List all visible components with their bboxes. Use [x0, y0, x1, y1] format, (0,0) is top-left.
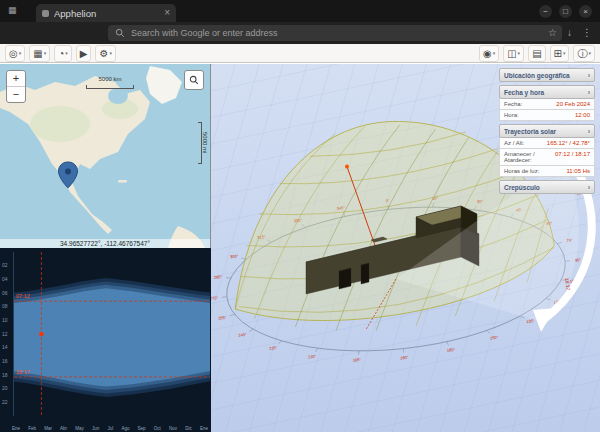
hour-label: 10: [2, 317, 8, 323]
location-button[interactable]: ◎ ▾: [5, 45, 25, 62]
panel-row: Amanecer / Atardecer:07:12 / 18:17: [499, 149, 595, 166]
hour-label: 16: [2, 358, 8, 364]
bookmark-icon[interactable]: ☆: [548, 26, 557, 40]
compass-degree-label: 165°: [447, 347, 456, 353]
compass-degree-label: 195°: [352, 357, 361, 363]
panel-header-datetime[interactable]: Fecha y hora ›: [499, 85, 595, 99]
hour-label: 06: [2, 290, 8, 296]
compass-degree-label: 300°: [230, 253, 239, 259]
search-icon: [115, 28, 125, 38]
chevron-down-icon: ▾: [518, 46, 521, 61]
chevron-down-icon: ▾: [493, 46, 496, 61]
panels-icon: ◫: [507, 46, 516, 61]
address-input[interactable]: Search with Google or enter address: [108, 25, 562, 41]
browser-tab[interactable]: Apphelion ×: [36, 4, 176, 22]
daylight-chart[interactable]: 07:12 18:17 0204060810121416182022 EneFe…: [0, 248, 211, 432]
printer-icon: ▤: [532, 46, 541, 61]
hour-label: 22: [2, 399, 8, 405]
calculator-button[interactable]: ⊞ ▾: [550, 45, 570, 62]
downloads-icon[interactable]: ↓: [567, 26, 572, 40]
map-zoom-control: + −: [6, 70, 26, 103]
layers-button[interactable]: ▦ ▾: [29, 45, 50, 62]
panel-row: Horas de luz:11:05 Hs: [499, 166, 595, 177]
location-pin-icon: ◎: [9, 46, 18, 61]
chart-month-labels: EneFebMarAbrMayJunJulAgoSepOctNovDicEne: [12, 426, 208, 431]
search-icon: [189, 75, 199, 85]
compass-degree-label: 240°: [238, 332, 247, 338]
panel-header-location[interactable]: Ubicación geográfica ›: [499, 68, 595, 82]
settings-button[interactable]: ⚙ ▾: [95, 45, 115, 62]
month-label: Nov: [169, 426, 177, 431]
panel-section-location: Ubicación geográfica ›: [499, 68, 595, 82]
chevron-right-icon: ›: [588, 72, 590, 79]
month-label: Ene: [200, 426, 208, 431]
world-map[interactable]: + − 5000 km 5000 mi 34.96527722°, -112.4…: [0, 64, 211, 248]
daylight-chart-canvas: 07:12 18:17 0204060810121416182022: [0, 248, 211, 432]
gear-icon: ⚙: [99, 46, 108, 61]
close-button[interactable]: ×: [579, 5, 592, 18]
month-label: Oct: [154, 426, 161, 431]
tab-close-icon[interactable]: ×: [164, 8, 170, 18]
info-button[interactable]: ⓘ ▾: [573, 45, 595, 62]
panel-row: Fecha:20 Feb 2024: [499, 99, 595, 110]
menu-icon[interactable]: ⋮: [582, 26, 592, 40]
toolbar-left-group: ◎ ▾ ▦ ▾ ◔ ▾ ▶ ⚙ ▾: [5, 45, 116, 62]
chevron-down-icon: ▾: [109, 46, 112, 61]
minimize-button[interactable]: −: [539, 5, 552, 18]
map-canvas: [0, 64, 211, 248]
toolbar-right-group: ◉ ▾ ◫ ▾ ▤ ⊞ ▾ ⓘ ▾: [479, 45, 595, 62]
zoom-in-button[interactable]: +: [7, 71, 25, 86]
compass-degree-label: 285°: [214, 274, 223, 280]
compass-degree-label: 210°: [308, 354, 317, 360]
calculator-icon: ⊞: [554, 46, 562, 61]
panel-row-label: Horas de luz:: [504, 168, 563, 174]
sunrise-time-label: 07:12: [16, 293, 30, 299]
panel-row-value: 07:12 / 18:17: [555, 151, 590, 163]
address-placeholder: Search with Google or enter address: [131, 28, 278, 38]
panel-header-title: Fecha y hora: [504, 89, 544, 96]
tab-overview-icon[interactable]: ▦: [8, 6, 17, 15]
map-coordinates: 34.96527722°, -112.46767547°: [0, 239, 210, 248]
panel-header-title: Ubicación geográfica: [504, 72, 570, 79]
print-button[interactable]: ▤: [528, 45, 545, 62]
maximize-button[interactable]: □: [559, 5, 572, 18]
play-button[interactable]: ▶: [76, 45, 92, 62]
panel-row-label: Amanecer / Atardecer:: [504, 151, 552, 163]
hour-label: 04: [2, 276, 8, 282]
tab-title: Apphelion: [54, 8, 159, 19]
panel-header-solar-trajectory[interactable]: Trayectoria solar ›: [499, 124, 595, 138]
chevron-down-icon: ▾: [563, 46, 566, 61]
month-label: Mar: [44, 426, 52, 431]
side-panel: Ubicación geográfica › Fecha y hora › Fe…: [499, 68, 595, 197]
chevron-down-icon: ▾: [65, 46, 68, 61]
panel-header-twilight[interactable]: Crepúsculo ›: [499, 180, 595, 194]
map-scale-km: 5000 km: [86, 67, 134, 89]
datetime-button[interactable]: ◔ ▾: [54, 45, 72, 62]
visibility-button[interactable]: ◉ ▾: [479, 45, 499, 62]
panel-header-title: Crepúsculo: [504, 184, 540, 191]
app-toolbar: ◎ ▾ ▦ ▾ ◔ ▾ ▶ ⚙ ▾ ◉ ▾ ◫ ▾ ▤ ⊞: [0, 44, 600, 63]
compass-degree-label: 255°: [218, 315, 227, 321]
month-label: Ago: [121, 426, 129, 431]
sun-path-3d-view[interactable]: 0°15°30°45°60°75°90°105°120°135°150°165°…: [211, 64, 600, 432]
month-label: Jul: [107, 426, 113, 431]
month-label: May: [75, 426, 84, 431]
month-label: Abr: [60, 426, 67, 431]
panel-header-title: Trayectoria solar: [504, 128, 556, 135]
panel-section-datetime: Fecha y hora › Fecha:20 Feb 2024Hora:12:…: [499, 85, 595, 121]
layout-button[interactable]: ◫ ▾: [503, 45, 524, 62]
hour-label: 20: [2, 385, 8, 391]
layers-grid-icon: ▦: [33, 46, 42, 61]
panel-row-value: 11:05 Hs: [566, 168, 590, 174]
titlebar: ▦ Apphelion × − □ ×: [0, 0, 600, 22]
sunset-time-label: 18:17: [16, 369, 30, 375]
panel-row-label: Az / Alt:: [504, 140, 544, 146]
info-icon: ⓘ: [577, 46, 587, 61]
compass-degree-label: 180°: [400, 355, 409, 361]
chevron-down-icon: ▾: [44, 46, 47, 61]
panel-row-value: 20 Feb 2024: [556, 101, 590, 107]
panel-row-label: Hora:: [504, 112, 572, 118]
zoom-out-button[interactable]: −: [7, 86, 25, 102]
chevron-right-icon: ›: [588, 89, 590, 96]
map-search-button[interactable]: [184, 70, 204, 90]
